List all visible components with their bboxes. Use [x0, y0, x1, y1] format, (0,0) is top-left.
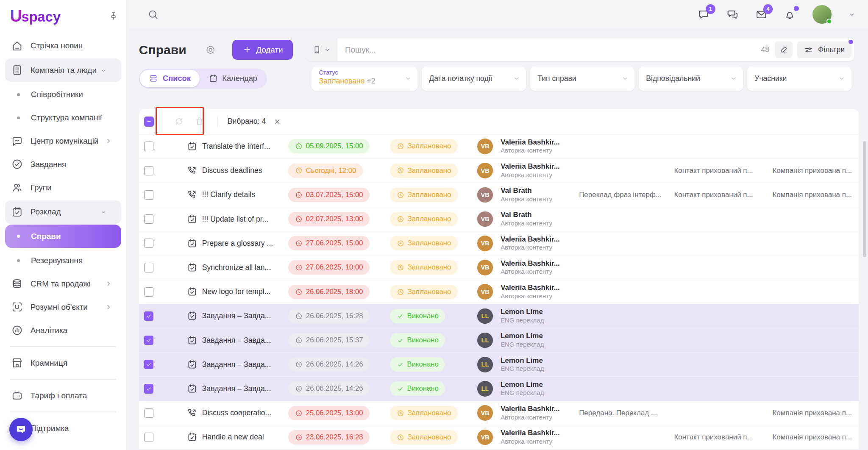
add-button[interactable]: Додати — [232, 40, 293, 60]
activity-title[interactable]: Handle a new deal — [202, 433, 284, 442]
responsible-name[interactable]: Val Brath — [501, 186, 552, 195]
activity-title[interactable]: Discuss deadlines — [202, 166, 284, 175]
sidebar-item-9[interactable]: Резервування — [0, 249, 126, 272]
avatar: LL — [477, 333, 493, 348]
row-checkbox[interactable] — [144, 287, 153, 297]
content: Справи Додати 48 — [126, 39, 868, 450]
row-checkbox[interactable] — [144, 190, 153, 200]
sidebar-item-label: Центр комунікацій — [31, 136, 99, 146]
sidebar-item-0[interactable]: Стрічка новин — [0, 34, 126, 58]
row-checkbox[interactable] — [144, 263, 153, 272]
activity-title[interactable]: Завдання – Завда... — [202, 336, 284, 345]
gear-icon[interactable] — [205, 44, 216, 56]
activity-title[interactable]: Translate the interf... — [202, 142, 284, 151]
activity-title[interactable]: Завдання – Завда... — [202, 311, 284, 320]
sidebar-item-16[interactable]: Тариф і оплата — [0, 384, 126, 407]
responsible-name[interactable]: Lemon Lime — [501, 308, 544, 316]
tab-calendar-view[interactable]: Календар — [200, 70, 266, 88]
close-icon[interactable] — [273, 118, 281, 125]
responsible-name[interactable]: Valeriia Bashkir... — [501, 429, 560, 437]
activity-title[interactable]: Synchronize all lan... — [202, 263, 284, 272]
table-row[interactable]: Synchronize all lan...27.06.2025, 10:00З… — [139, 256, 859, 280]
row-checkbox[interactable] — [144, 239, 153, 248]
row-checkbox[interactable] — [144, 384, 153, 393]
table-row[interactable]: Завдання – Завда...26.06.2025, 14:26Вико… — [139, 377, 859, 401]
sidebar-item-1[interactable]: Компанія та люди — [5, 58, 121, 82]
sidebar-item-label: Завдання — [31, 160, 67, 169]
row-checkbox[interactable] — [144, 360, 153, 369]
sidebar-item-6[interactable]: Групи — [0, 176, 126, 199]
user-avatar[interactable] — [812, 5, 831, 24]
responsible-name[interactable]: Lemon Lime — [501, 381, 544, 389]
clear-filters-button[interactable] — [775, 42, 793, 58]
status-filter-chip[interactable]: Статус Заплановано +2 — [312, 67, 417, 91]
responsible-name[interactable]: Valeriia Bashkir... — [501, 162, 560, 171]
row-checkbox[interactable] — [144, 142, 153, 151]
row-checkbox[interactable] — [144, 433, 153, 442]
responsible-name[interactable]: Valeriia Bashkir... — [501, 138, 560, 147]
row-checkbox[interactable] — [144, 214, 153, 224]
check-icon — [397, 385, 404, 392]
sidebar-item-3[interactable]: Структура компанії — [0, 106, 126, 130]
table-row[interactable]: Translate the interf...05.09.2025, 15:00… — [139, 134, 859, 158]
support-chat-fab[interactable] — [9, 418, 33, 441]
activity-title[interactable]: Завдання – Завда... — [202, 360, 284, 369]
sidebar-item-10[interactable]: CRM та продажі — [0, 272, 126, 295]
trash-icon[interactable] — [194, 116, 205, 127]
table-row[interactable]: New logo for templ...26.06.2025, 18:00За… — [139, 280, 859, 304]
activity-title[interactable]: New logo for templ... — [202, 287, 284, 296]
row-checkbox[interactable] — [144, 408, 153, 418]
tab-list-view[interactable]: Список — [140, 70, 199, 88]
activity-title[interactable]: Завдання – Завда... — [202, 384, 284, 393]
activity-title[interactable]: Discuss cooperatio... — [202, 408, 284, 417]
sidebar-item-2[interactable]: Співробітники — [0, 83, 126, 106]
refresh-icon[interactable] — [174, 116, 184, 127]
select-all-checkbox[interactable] — [144, 117, 154, 127]
bell-icon[interactable] — [784, 8, 796, 21]
table-row[interactable]: Handle a new deal23.06.2025, 16:28Заплан… — [139, 425, 859, 450]
row-checkbox[interactable] — [144, 166, 153, 175]
responsible-name[interactable]: Valeriia Bashkir... — [501, 405, 560, 413]
sidebar-item-11[interactable]: Розумні об'єкти — [0, 295, 126, 319]
search-input[interactable] — [337, 45, 761, 55]
scrollbar[interactable] — [863, 141, 866, 257]
chats-icon[interactable] — [726, 8, 739, 21]
row-checkbox[interactable] — [144, 336, 153, 345]
responsible-name[interactable]: Valeriia Bashkir... — [501, 283, 560, 292]
responsible-name[interactable]: Valeriia Bashkir... — [501, 259, 560, 268]
responsible-name[interactable]: Lemon Lime — [501, 332, 544, 340]
activity-title[interactable]: Prepare a glossary ... — [202, 239, 284, 248]
sidebar-item-12[interactable]: Аналітика — [0, 319, 126, 342]
table-row[interactable]: !!! Update list of pr...02.07.2025, 13:0… — [139, 207, 859, 231]
sidebar-item-7[interactable]: Розклад — [5, 200, 121, 224]
search-icon[interactable] — [147, 8, 159, 21]
sidebar-item-5[interactable]: Завдання — [0, 153, 126, 176]
responsible-name[interactable]: Lemon Lime — [501, 356, 544, 365]
mail-icon[interactable]: 4 — [755, 8, 768, 21]
filter-chip-1[interactable]: Тип справи — [530, 67, 634, 91]
chat-icon[interactable]: 1 — [698, 8, 710, 21]
saved-filters-button[interactable] — [306, 39, 337, 61]
activity-title[interactable]: !!! Clarify details — [202, 190, 284, 199]
chevron-down-icon[interactable] — [848, 11, 856, 18]
filter-chip-0[interactable]: Дата початку події — [422, 67, 526, 91]
uspacy-logo[interactable]: U spacy — [10, 7, 61, 25]
table-row[interactable]: Завдання – Завда...26.06.2025, 16:28Вико… — [139, 304, 859, 328]
filters-button[interactable]: Фільтри — [797, 42, 851, 58]
table-row[interactable]: Prepare a glossary ...27.06.2025, 15:00З… — [139, 231, 859, 256]
responsible-name[interactable]: Valeriia Bashkir... — [501, 235, 560, 244]
table-row[interactable]: !!! Clarify details03.07.2025, 15:00Запл… — [139, 183, 859, 207]
sidebar-item-active-8[interactable]: Справи — [5, 225, 121, 248]
pin-icon[interactable] — [108, 11, 119, 21]
table-row[interactable]: Discuss cooperatio...25.06.2025, 13:00За… — [139, 401, 859, 425]
table-row[interactable]: Завдання – Завда...26.06.2025, 14:26Вико… — [139, 353, 859, 377]
table-row[interactable]: Discuss deadlinesСьогодні, 12:00Запланов… — [139, 159, 859, 183]
activity-title[interactable]: !!! Update list of pr... — [202, 215, 284, 224]
sidebar-item-14[interactable]: Крамниця — [0, 351, 126, 375]
filter-chip-3[interactable]: Учасники — [747, 67, 851, 91]
sidebar-item-4[interactable]: Центр комунікацій — [0, 130, 126, 153]
filter-chip-2[interactable]: Відповідальний — [639, 67, 743, 91]
row-checkbox[interactable] — [144, 311, 153, 321]
table-row[interactable]: Завдання – Завда...26.06.2025, 15:37Вико… — [139, 328, 859, 353]
responsible-name[interactable]: Val Brath — [501, 211, 552, 219]
